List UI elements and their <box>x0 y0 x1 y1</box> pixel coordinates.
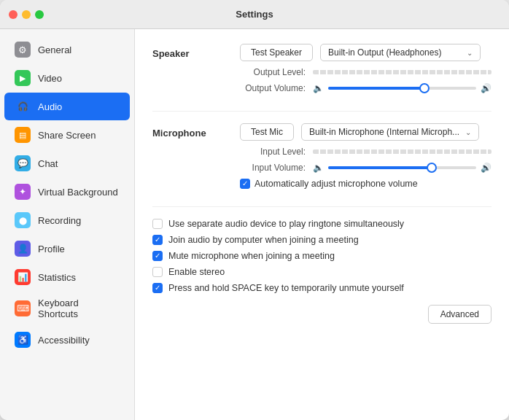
sidebar-label-chat: Chat <box>38 158 58 169</box>
sidebar-item-audio[interactable]: 🎧 Audio <box>4 93 130 120</box>
sidebar-item-general[interactable]: ⚙ General <box>4 36 130 63</box>
sidebar-item-accessibility[interactable]: ♿ Accessibility <box>4 326 130 354</box>
chat-icon: 💬 <box>15 155 31 171</box>
recording-icon: ⬤ <box>15 212 31 228</box>
sidebar-label-share: Share Screen <box>38 130 96 141</box>
join-audio-checkbox[interactable] <box>152 235 163 245</box>
speaker-device-name: Built-in Output (Headphones) <box>328 47 441 58</box>
input-volume-row: Input Volume: 🔈 🔊 <box>240 163 491 173</box>
sidebar-label-audio: Audio <box>38 101 62 112</box>
output-level-slider[interactable] <box>313 70 491 74</box>
input-level-slider[interactable] <box>313 149 491 154</box>
sidebar-label-statistics: Statistics <box>38 272 76 283</box>
output-level-row: Output Level: <box>240 67 491 77</box>
sidebar-label-keyboard: Keyboard Shortcuts <box>38 298 120 319</box>
output-volume-track <box>328 87 476 90</box>
test-mic-button[interactable]: Test Mic <box>240 123 294 141</box>
options-divider <box>152 206 491 207</box>
window-title: Settings <box>236 9 273 20</box>
input-level-label: Input Level: <box>240 147 306 157</box>
output-volume-label: Output Volume: <box>240 83 306 93</box>
microphone-section: Microphone Test Mic Built-in Microphone … <box>152 123 491 189</box>
sidebar-label-recording: Recording <box>38 215 81 226</box>
statistics-icon: 📊 <box>15 269 31 285</box>
auto-adjust-label: Automatically adjust microphone volume <box>254 179 418 189</box>
test-speaker-button[interactable]: Test Speaker <box>240 44 313 61</box>
mic-volume-high-icon: 🔊 <box>481 163 491 173</box>
join-audio-label: Join audio by computer when joining a me… <box>168 235 359 245</box>
output-volume-thumb[interactable] <box>419 83 430 93</box>
hold-space-row: Press and hold SPACE key to temporarily … <box>152 283 491 293</box>
title-bar: Settings <box>0 0 509 29</box>
virtual-bg-icon: ✦ <box>15 184 31 200</box>
output-volume-row: Output Volume: 🔈 🔊 <box>240 83 491 93</box>
mic-device-dropdown[interactable]: Built-in Microphone (Internal Microph...… <box>301 123 479 141</box>
volume-high-icon: 🔊 <box>481 83 491 93</box>
profile-icon: 👤 <box>15 241 31 257</box>
sidebar: ⚙ General ▶ Video 🎧 Audio ▤ Share Screen… <box>0 29 135 420</box>
chevron-down-icon: ⌄ <box>467 49 473 57</box>
separate-audio-checkbox[interactable] <box>152 219 163 229</box>
advanced-button[interactable]: Advanced <box>428 305 491 324</box>
input-level-row: Input Level: <box>240 147 491 157</box>
main-layout: ⚙ General ▶ Video 🎧 Audio ▤ Share Screen… <box>0 29 509 420</box>
sidebar-item-statistics[interactable]: 📊 Statistics <box>4 263 130 291</box>
speaker-device-dropdown[interactable]: Built-in Output (Headphones) ⌄ <box>320 44 481 61</box>
sidebar-item-recording[interactable]: ⬤ Recording <box>4 206 130 234</box>
sidebar-item-keyboard[interactable]: ⌨ Keyboard Shortcuts <box>4 292 130 325</box>
input-volume-fill <box>328 166 432 169</box>
speaker-section: Speaker Test Speaker Built-in Output (He… <box>152 44 491 93</box>
sidebar-item-profile[interactable]: 👤 Profile <box>4 235 130 262</box>
volume-low-icon: 🔈 <box>313 83 324 93</box>
share-screen-icon: ▤ <box>15 127 31 143</box>
mute-mic-row: Mute microphone when joining a meeting <box>152 251 491 261</box>
sidebar-label-vbg: Virtual Background <box>38 187 118 198</box>
traffic-lights <box>9 10 44 19</box>
speaker-section-label: Speaker <box>152 44 240 93</box>
separate-audio-label: Use separate audio device to play ringto… <box>168 219 404 229</box>
accessibility-icon: ♿ <box>15 332 31 348</box>
sidebar-item-video[interactable]: ▶ Video <box>4 64 130 92</box>
output-volume-slider[interactable]: 🔈 🔊 <box>313 83 491 93</box>
microphone-section-label: Microphone <box>152 123 240 189</box>
input-volume-slider[interactable]: 🔈 🔊 <box>313 163 491 173</box>
video-icon: ▶ <box>15 70 31 86</box>
sidebar-label-accessibility: Accessibility <box>38 335 90 346</box>
hold-space-checkbox[interactable] <box>152 283 163 293</box>
microphone-controls: Test Mic Built-in Microphone (Internal M… <box>240 123 491 189</box>
minimize-button[interactable] <box>22 10 31 19</box>
separate-audio-row: Use separate audio device to play ringto… <box>152 219 491 229</box>
mic-volume-low-icon: 🔈 <box>313 163 324 173</box>
speaker-device-row: Test Speaker Built-in Output (Headphones… <box>240 44 491 61</box>
input-volume-thumb[interactable] <box>427 163 437 173</box>
mute-mic-label: Mute microphone when joining a meeting <box>168 251 335 261</box>
settings-window: Settings ⚙ General ▶ Video 🎧 Audio ▤ Sha… <box>0 0 509 420</box>
hold-space-label: Press and hold SPACE key to temporarily … <box>168 283 404 293</box>
sidebar-label-video: Video <box>38 73 62 84</box>
sidebar-label-general: General <box>38 44 71 55</box>
mic-device-name: Built-in Microphone (Internal Microph... <box>309 127 459 137</box>
auto-adjust-row: Automatically adjust microphone volume <box>240 179 491 189</box>
input-volume-label: Input Volume: <box>240 163 306 173</box>
enable-stereo-checkbox[interactable] <box>152 267 163 277</box>
enable-stereo-label: Enable stereo <box>168 267 225 277</box>
sidebar-label-profile: Profile <box>38 244 65 254</box>
sidebar-item-share-screen[interactable]: ▤ Share Screen <box>4 121 130 149</box>
auto-adjust-checkbox[interactable] <box>240 179 250 189</box>
general-icon: ⚙ <box>15 42 31 58</box>
speaker-controls: Test Speaker Built-in Output (Headphones… <box>240 44 491 93</box>
join-audio-row: Join audio by computer when joining a me… <box>152 235 491 245</box>
enable-stereo-row: Enable stereo <box>152 267 491 277</box>
sidebar-item-chat[interactable]: 💬 Chat <box>4 149 130 177</box>
input-level-track <box>313 149 491 154</box>
maximize-button[interactable] <box>35 10 44 19</box>
speaker-divider <box>152 111 491 112</box>
chevron-down-icon: ⌄ <box>465 128 471 136</box>
sidebar-item-virtual-bg[interactable]: ✦ Virtual Background <box>4 178 130 206</box>
output-volume-fill <box>328 87 424 90</box>
output-level-track <box>313 70 491 74</box>
audio-icon: 🎧 <box>15 98 31 114</box>
input-volume-track <box>328 166 476 169</box>
mute-mic-checkbox[interactable] <box>152 251 163 261</box>
close-button[interactable] <box>9 10 18 19</box>
